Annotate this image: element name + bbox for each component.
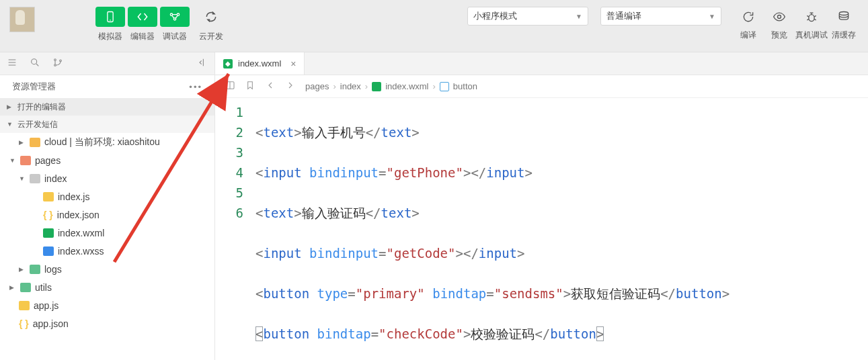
tab-index-wxml[interactable]: ◆ index.wxml ×	[215, 52, 305, 75]
more-icon[interactable]: •••	[189, 82, 202, 92]
code-body[interactable]: <text>输入手机号</text> <input bindinput="get…	[255, 98, 868, 360]
tab-strip: ◆ index.wxml ×	[215, 52, 868, 75]
crumb-file: index.wxml	[385, 81, 428, 91]
file-tree: ▶cloud | 当前环境: xiaoshitou ▼pages ▼index …	[0, 133, 214, 332]
code-line: <input bindinput="getCode"></input>	[255, 243, 868, 263]
remote-debug-button[interactable]	[797, 7, 826, 27]
debugger-button[interactable]	[160, 7, 190, 27]
json-file-icon: { }	[43, 210, 53, 220]
code-editor: pages› index› index.wxml› button 123456 …	[215, 75, 868, 360]
preview-button[interactable]	[764, 7, 794, 27]
chevron-down-icon: ▼	[576, 13, 582, 20]
element-icon	[440, 82, 449, 91]
tree-file-index-wxss[interactable]: index.wxss	[0, 242, 214, 260]
code-line: <button type="primary" bindtap="sendsms"…	[255, 283, 868, 304]
tree-label: pages	[35, 155, 61, 166]
tree-file-index-js[interactable]: index.js	[0, 187, 214, 206]
tree-label: index.json	[57, 210, 100, 220]
tree-folder-index[interactable]: ▼index	[0, 169, 214, 187]
tree-label: index.wxml	[58, 228, 104, 238]
clear-cache-label: 清缓存	[832, 30, 856, 41]
compile-button[interactable]	[734, 7, 763, 27]
debugger-label: 调试器	[163, 31, 187, 42]
tree-label: index.wxss	[58, 246, 104, 257]
svg-point-7	[839, 12, 848, 15]
mode-select[interactable]: 小程序模式 ▼	[467, 7, 588, 26]
tree-file-app-js[interactable]: app.js	[0, 296, 214, 314]
compile-select-value: 普通编译	[606, 10, 641, 22]
main-area: 资源管理器 ••• ▶ 打开的编辑器 ▼ 云开发短信 ▶cloud | 当前环境…	[0, 75, 868, 360]
bookmark-icon[interactable]	[245, 80, 255, 93]
tree-label: app.json	[33, 318, 69, 329]
nav-back-icon[interactable]	[265, 80, 276, 93]
preview-label: 预览	[771, 30, 787, 41]
collapse-sidebar-icon[interactable]	[197, 57, 208, 70]
wxml-file-icon: ◆	[223, 59, 233, 69]
branch-icon[interactable]	[52, 57, 63, 70]
svg-point-2	[170, 13, 172, 15]
folder-icon	[30, 138, 40, 147]
close-icon[interactable]: ×	[290, 58, 296, 69]
svg-point-9	[54, 59, 56, 61]
toolbar-left-group: 模拟器 编辑器 调试器 云开发	[95, 7, 226, 42]
tree-label: app.js	[34, 300, 58, 311]
tree-file-index-wxml[interactable]: index.wxml	[0, 224, 214, 242]
avatar[interactable]	[9, 7, 35, 32]
clear-cache-button[interactable]	[829, 7, 859, 27]
explorer-title: 资源管理器	[12, 81, 56, 93]
section-project[interactable]: ▼ 云开发短信	[0, 116, 214, 133]
svg-point-8	[32, 59, 37, 64]
section-label: 打开的编辑器	[17, 101, 66, 113]
tab-label: index.wxml	[238, 58, 281, 69]
editor-button[interactable]	[128, 7, 157, 27]
svg-point-10	[54, 64, 56, 66]
chevron-right-icon: ▶	[7, 103, 13, 110]
svg-point-6	[809, 15, 814, 21]
folder-icon	[30, 265, 40, 274]
code-area[interactable]: 123456 <text>输入手机号</text> <input bindinp…	[215, 98, 868, 360]
mode-selects: 小程序模式 ▼ 普通编译 ▼	[467, 7, 721, 26]
clouddev-label: 云开发	[199, 31, 223, 42]
tree-folder-utils[interactable]: ▶utils	[0, 278, 214, 296]
crumb-element: button	[453, 81, 477, 91]
tree-label: utils	[35, 282, 52, 293]
js-file-icon	[43, 192, 54, 201]
tree-file-index-json[interactable]: { }index.json	[0, 206, 214, 224]
gutter: 123456	[215, 98, 255, 360]
section-open-editors[interactable]: ▶ 打开的编辑器	[0, 98, 214, 116]
section-label: 云开发短信	[17, 119, 58, 130]
compile-label: 编译	[740, 30, 756, 41]
tree-folder-cloud[interactable]: ▶cloud | 当前环境: xiaoshitou	[0, 133, 214, 151]
crumb-pages: pages	[305, 81, 329, 91]
simulator-label: 模拟器	[98, 31, 122, 42]
tree-label: index	[44, 173, 67, 184]
folder-icon	[20, 156, 31, 165]
chevron-down-icon: ▼	[709, 13, 715, 20]
sidebar-icon-row	[0, 52, 215, 75]
folder-icon	[30, 174, 40, 183]
svg-point-11	[60, 60, 62, 62]
code-line: <input bindinput="getPhone"></input>	[255, 163, 868, 183]
editor-toolbar: pages› index› index.wxml› button	[215, 75, 868, 98]
code-line: <text>输入手机号</text>	[255, 122, 868, 142]
clouddev-button[interactable]	[196, 7, 226, 27]
sidebar: 资源管理器 ••• ▶ 打开的编辑器 ▼ 云开发短信 ▶cloud | 当前环境…	[0, 75, 215, 360]
top-toolbar: 模拟器 编辑器 调试器 云开发 小程序模式 ▼ 普通编译	[0, 0, 868, 52]
search-icon[interactable]	[30, 57, 40, 70]
json-file-icon: { }	[19, 318, 29, 329]
nav-forward-icon[interactable]	[285, 80, 296, 93]
breadcrumb[interactable]: pages› index› index.wxml› button	[305, 81, 477, 91]
folder-icon	[20, 283, 31, 292]
compile-select[interactable]: 普通编译 ▼	[600, 7, 721, 26]
secondary-bar: ◆ index.wxml ×	[0, 52, 868, 75]
tree-folder-pages[interactable]: ▼pages	[0, 151, 214, 169]
list-icon[interactable]	[7, 57, 17, 70]
simulator-button[interactable]	[95, 7, 125, 27]
tree-folder-logs[interactable]: ▶logs	[0, 260, 214, 278]
tree-label: logs	[44, 264, 62, 275]
editor-label: 编辑器	[130, 31, 155, 42]
tree-file-app-json[interactable]: { }app.json	[0, 314, 214, 332]
wxss-file-icon	[43, 246, 54, 256]
split-icon[interactable]	[225, 80, 235, 93]
code-line: <button bindtap="checkCode">校验验证码</butto…	[255, 324, 868, 344]
